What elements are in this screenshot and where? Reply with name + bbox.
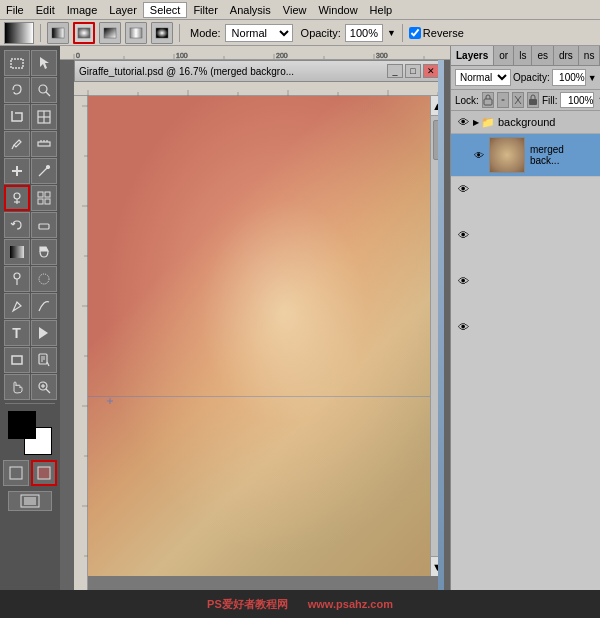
dodge-btn[interactable] [4,266,30,292]
layer-mode-dropdown[interactable]: Normal Multiply Screen [455,69,511,86]
toolbar-separator [5,403,55,404]
type-btn[interactable]: T [4,320,30,346]
mode-area [3,460,57,486]
svg-text:200: 200 [276,52,288,59]
svg-rect-70 [484,99,492,105]
reverse-checkbox[interactable] [409,27,421,39]
layer-eye-2[interactable]: 👁 [455,227,471,243]
minimize-btn[interactable]: _ [387,64,403,78]
svg-line-12 [12,145,14,149]
svg-rect-13 [38,142,50,146]
layer-visibility-col: 👁 👁 👁 👁 [451,177,600,339]
layer-item-merged[interactable]: 👁 merged back... [451,134,600,177]
rectangular-marquee-btn[interactable] [4,50,30,76]
foreground-color-swatch[interactable] [8,411,36,439]
tab-drs[interactable]: drs [554,46,579,65]
tab-channels[interactable]: or [494,46,514,65]
quick-mask-btn[interactable] [31,460,57,486]
lock-pixels-btn[interactable] [497,92,509,108]
opacity-field[interactable] [552,69,586,86]
layer-group-background[interactable]: 👁 ▶ 📁 background [451,111,600,134]
pattern-stamp-btn[interactable] [31,185,57,211]
brush-btn[interactable] [31,158,57,184]
gradient-reflected-btn[interactable] [125,22,147,44]
history-group [4,212,57,238]
menu-file[interactable]: File [0,3,30,17]
group-expand-icon[interactable]: ▶ [473,118,479,127]
canvas-light-overlay [88,96,444,576]
lock-all-btn[interactable] [527,92,539,108]
move-btn[interactable] [31,50,57,76]
layer-eye-icon[interactable]: 👁 [471,147,487,163]
close-btn[interactable]: ✕ [423,64,439,78]
svg-rect-35 [38,467,50,479]
svg-rect-20 [45,192,50,197]
gradient-btn[interactable] [4,239,30,265]
svg-rect-21 [38,199,43,204]
tool-preset-picker[interactable] [4,22,34,44]
layer-name-label: merged back... [530,144,596,166]
svg-point-17 [46,166,49,169]
opacity-input[interactable] [345,24,383,42]
menu-image[interactable]: Image [61,3,104,17]
gradient-diamond-btn[interactable] [151,22,173,44]
opacity-arrow[interactable]: ▼ [387,28,396,38]
mode-dropdown[interactable]: Normal Dissolve Multiply [225,24,293,42]
options-separator-2 [179,24,180,42]
path-select-btn[interactable] [31,320,57,346]
menu-view[interactable]: View [277,3,313,17]
gradient-linear-btn[interactable] [47,22,69,44]
quick-select-btn[interactable] [31,77,57,103]
tab-ls[interactable]: ls [514,46,532,65]
shape-btn[interactable] [4,347,30,373]
svg-line-31 [46,389,50,393]
lock-position-btn[interactable] [512,92,524,108]
fill-field[interactable] [560,92,594,108]
menu-edit[interactable]: Edit [30,3,61,17]
ruler-btn[interactable] [31,131,57,157]
eraser-btn[interactable] [31,212,57,238]
menu-analysis[interactable]: Analysis [224,3,277,17]
layer-eye-4[interactable]: 👁 [455,319,471,335]
slice-btn[interactable] [31,104,57,130]
layer-mode-row: Normal Multiply Screen Opacity: ▼ [451,66,600,90]
options-separator-3 [402,24,403,42]
group-eye-btn[interactable]: 👁 [455,114,471,130]
menu-window[interactable]: Window [312,3,363,17]
hand-btn[interactable] [4,374,30,400]
layer-eye-1[interactable]: 👁 [455,181,471,197]
svg-rect-19 [38,192,43,197]
healing-btn[interactable] [4,158,30,184]
blur-btn[interactable] [31,266,57,292]
lasso-btn[interactable] [4,77,30,103]
menu-filter[interactable]: Filter [187,3,223,17]
tab-es[interactable]: es [532,46,554,65]
doc-ruler-v [74,96,88,605]
screen-mode-btn[interactable] [8,491,52,511]
eye-icons-col: 👁 👁 👁 👁 [455,181,471,335]
maximize-btn[interactable]: □ [405,64,421,78]
standard-mode-btn[interactable] [3,460,29,486]
canvas-painting-area[interactable]: ▲ ▼ [88,96,444,576]
tab-layers[interactable]: Layers [451,46,494,65]
layer-eye-3[interactable]: 👁 [455,273,471,289]
pen-btn[interactable] [4,293,30,319]
menu-select[interactable]: Select [143,2,188,18]
zoom-btn[interactable] [31,374,57,400]
history-brush-btn[interactable] [4,212,30,238]
paint-bucket-btn[interactable] [31,239,57,265]
freeform-pen-btn[interactable] [31,293,57,319]
notes-btn[interactable] [31,347,57,373]
menu-layer[interactable]: Layer [103,3,143,17]
menu-help[interactable]: Help [364,3,399,17]
crop-btn[interactable] [4,104,30,130]
tab-ns[interactable]: ns [579,46,600,65]
gradient-angle-btn[interactable] [99,22,121,44]
svg-text:0: 0 [76,52,80,59]
lock-transparent-btn[interactable] [482,92,494,108]
opacity-arrow[interactable]: ▼ [588,73,597,83]
gradient-radial-btn[interactable] [73,22,95,44]
svg-rect-28 [12,356,22,364]
clone-stamp-btn[interactable] [4,185,30,211]
eyedropper-btn[interactable] [4,131,30,157]
